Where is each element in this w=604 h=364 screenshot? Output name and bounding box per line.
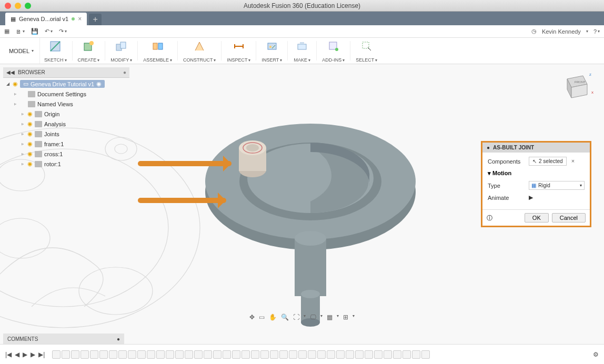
lookat-button[interactable]: ▭ bbox=[259, 314, 265, 321]
browser-header[interactable]: ◀◀ BROWSER ● bbox=[3, 67, 129, 78]
timeline-node[interactable] bbox=[62, 350, 70, 359]
visibility-bulb-icon[interactable]: ◉ bbox=[27, 110, 33, 117]
expand-icon[interactable]: ▹ bbox=[20, 151, 25, 156]
timeline-node[interactable] bbox=[109, 350, 117, 359]
orbit-button[interactable]: ✥ bbox=[249, 314, 255, 321]
timeline-node[interactable] bbox=[412, 350, 420, 359]
timeline-node[interactable] bbox=[289, 350, 297, 359]
motion-section-header[interactable]: ▾ Motion bbox=[488, 170, 585, 177]
expand-icon[interactable]: ▹ bbox=[13, 92, 18, 96]
undo-button[interactable]: ↶▾ bbox=[45, 28, 53, 35]
timeline-node[interactable] bbox=[166, 350, 174, 359]
timeline-node[interactable] bbox=[80, 350, 89, 359]
timeline-node[interactable] bbox=[298, 350, 307, 359]
timeline-prev-button[interactable]: ◀ bbox=[15, 351, 19, 358]
timeline-node[interactable] bbox=[213, 350, 222, 359]
document-tab[interactable]: ▦ Geneva D...orial v1 × bbox=[5, 13, 87, 25]
grid-settings-button[interactable]: ▦ bbox=[327, 314, 333, 321]
expand-icon[interactable]: ▹ bbox=[20, 122, 25, 126]
dialog-titlebar[interactable]: ● AS-BUILT JOINT bbox=[482, 143, 590, 153]
app-grid-button[interactable]: ▦ bbox=[4, 28, 9, 35]
expand-icon[interactable]: ▹ bbox=[13, 102, 18, 106]
comments-panel[interactable]: COMMENTS ● bbox=[3, 333, 124, 344]
construct-tool[interactable]: CONSTRUCT▾ bbox=[179, 38, 220, 64]
clear-selection-button[interactable]: × bbox=[571, 158, 575, 164]
expand-icon[interactable]: ▹ bbox=[20, 161, 25, 166]
timeline-node[interactable] bbox=[156, 350, 165, 359]
viewport-layout-button[interactable]: ⊞ bbox=[343, 314, 348, 321]
tab-close-button[interactable]: × bbox=[78, 15, 82, 23]
inspect-tool[interactable]: INSPECT▾ bbox=[223, 38, 255, 64]
timeline-node[interactable] bbox=[336, 350, 345, 359]
insert-tool[interactable]: INSERT▾ bbox=[257, 38, 286, 64]
tree-item[interactable]: ▹◉Joints bbox=[3, 129, 129, 139]
timeline-node[interactable] bbox=[327, 350, 335, 359]
timeline-node[interactable] bbox=[194, 350, 203, 359]
addins-tool[interactable]: ADD-INS▾ bbox=[318, 38, 349, 64]
select-tool[interactable]: SELECT▾ bbox=[351, 38, 381, 64]
user-name[interactable]: Kevin Kennedy bbox=[542, 28, 581, 35]
tree-root[interactable]: ◢ ◉ ▭ Geneva Drive Tutorial v1 ◉ bbox=[3, 79, 129, 89]
animate-play-button[interactable]: ▶ bbox=[529, 194, 533, 200]
create-tool[interactable]: CREATE▾ bbox=[74, 38, 104, 64]
new-tab-button[interactable]: + bbox=[89, 14, 102, 25]
timeline-next-button[interactable]: ▶ bbox=[31, 351, 35, 358]
timeline-node[interactable] bbox=[308, 350, 316, 359]
timeline-node[interactable] bbox=[128, 350, 136, 359]
timeline-node[interactable] bbox=[374, 350, 382, 359]
timeline-node[interactable] bbox=[270, 350, 278, 359]
timeline-node[interactable] bbox=[175, 350, 184, 359]
tree-item[interactable]: ▹◉rotor:1 bbox=[3, 159, 129, 169]
workspace-switcher[interactable]: MODEL▾ bbox=[3, 38, 40, 64]
timeline-node[interactable] bbox=[90, 350, 98, 359]
dialog-info-icon[interactable]: ⓘ bbox=[487, 214, 492, 222]
browser-menu-icon[interactable]: ● bbox=[123, 69, 126, 75]
timeline-node[interactable] bbox=[355, 350, 364, 359]
timeline-node[interactable] bbox=[260, 350, 269, 359]
modify-tool[interactable]: MODIFY▾ bbox=[106, 38, 136, 64]
visibility-bulb-icon[interactable]: ◉ bbox=[27, 160, 33, 167]
help-button[interactable]: ?▾ bbox=[593, 28, 600, 35]
pan-button[interactable]: ✋ bbox=[269, 314, 277, 321]
viewport-3d[interactable]: ◀◀ BROWSER ● ◢ ◉ ▭ Geneva Drive Tutorial… bbox=[0, 64, 604, 344]
timeline-node[interactable] bbox=[241, 350, 250, 359]
timeline-node[interactable] bbox=[365, 350, 373, 359]
assemble-tool[interactable]: ASSEMBLE▾ bbox=[139, 38, 176, 64]
timeline-node[interactable] bbox=[52, 350, 61, 359]
timeline-node[interactable] bbox=[393, 350, 401, 359]
sketch-tool[interactable]: SKETCH▾ bbox=[40, 38, 71, 64]
visibility-bulb-icon[interactable]: ◉ bbox=[13, 80, 18, 87]
timeline-settings-button[interactable]: ⚙ bbox=[593, 351, 599, 358]
timeline-node[interactable] bbox=[346, 350, 354, 359]
tree-item[interactable]: ▹◉Origin bbox=[3, 109, 129, 119]
timeline-node[interactable] bbox=[147, 350, 155, 359]
fit-button[interactable]: ⛶ bbox=[293, 314, 299, 321]
timeline-node[interactable] bbox=[71, 350, 79, 359]
joint-type-dropdown[interactable]: ▦ Rigid ▾ bbox=[529, 181, 585, 190]
tree-item[interactable]: ▹Document Settings bbox=[3, 89, 129, 99]
timeline-start-button[interactable]: |◀ bbox=[5, 351, 12, 358]
timeline-node[interactable] bbox=[204, 350, 212, 359]
zoom-button[interactable]: 🔍 bbox=[281, 314, 289, 321]
timeline-node[interactable] bbox=[185, 350, 193, 359]
comments-menu-icon[interactable]: ● bbox=[117, 336, 120, 342]
components-selection-chip[interactable]: ↖ 2 selected bbox=[529, 157, 567, 166]
tree-item[interactable]: ▹◉frame:1 bbox=[3, 139, 129, 149]
visibility-bulb-icon[interactable]: ◉ bbox=[27, 150, 33, 157]
timeline-end-button[interactable]: ▶| bbox=[38, 351, 45, 358]
save-button[interactable]: 💾 bbox=[31, 28, 38, 35]
visibility-bulb-icon[interactable]: ◉ bbox=[27, 120, 33, 127]
tree-item[interactable]: ▹◉cross:1 bbox=[3, 149, 129, 159]
display-settings-button[interactable]: 🖵 bbox=[310, 314, 316, 321]
timeline-node[interactable] bbox=[223, 350, 231, 359]
timeline-node[interactable] bbox=[279, 350, 288, 359]
timeline-node[interactable] bbox=[118, 350, 127, 359]
redo-button[interactable]: ↷▾ bbox=[59, 28, 67, 35]
cancel-button[interactable]: Cancel bbox=[552, 213, 586, 223]
ok-button[interactable]: OK bbox=[525, 213, 549, 223]
expand-icon[interactable]: ▹ bbox=[20, 132, 25, 136]
timeline-node[interactable] bbox=[232, 350, 240, 359]
tree-item[interactable]: ▹Named Views bbox=[3, 99, 129, 109]
file-menu-button[interactable]: 🗎▾ bbox=[16, 28, 25, 35]
expand-icon[interactable]: ▹ bbox=[20, 112, 25, 116]
